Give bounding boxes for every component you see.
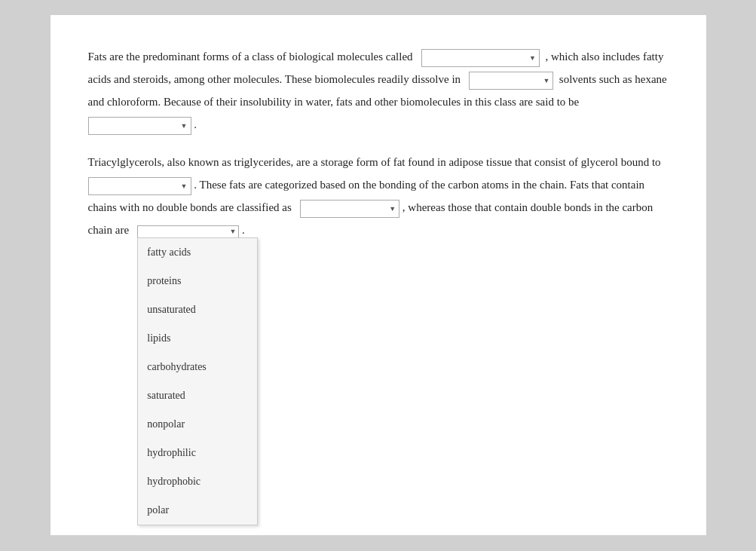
p2-period: . xyxy=(242,224,245,236)
select-saturated-wrapper[interactable]: saturated unsaturated nonpolar polar xyxy=(300,200,399,218)
select-hydrophobic[interactable]: hydrophobic hydrophilic nonpolar polar xyxy=(89,118,191,134)
select-nonpolar-wrapper[interactable]: nonpolar polar hydrophilic hydrophobic xyxy=(469,72,553,90)
dropdown-item-fatty-acids[interactable]: fatty acids xyxy=(138,238,257,267)
page-container: Fats are the predominant forms of a clas… xyxy=(51,15,706,535)
dropdown-menu: fatty acids proteins unsaturated lipids … xyxy=(137,237,258,525)
dropdown-item-hydrophilic[interactable]: hydrophilic xyxy=(138,439,257,467)
dropdown-item-polar[interactable]: polar xyxy=(138,496,257,525)
dropdown-item-unsaturated[interactable]: unsaturated xyxy=(138,295,257,324)
dropdown-item-saturated[interactable]: saturated xyxy=(138,381,257,410)
paragraph-2: Triacylglycerols, also known as triglyce… xyxy=(88,151,669,243)
select-saturated[interactable]: saturated unsaturated nonpolar polar xyxy=(301,201,399,217)
select-lipids-wrapper[interactable]: lipids fatty acids proteins carbohydrate… xyxy=(421,49,540,67)
select-fatty-acids[interactable]: fatty acids proteins lipids carbohydrate… xyxy=(89,178,191,194)
dropdown-item-proteins[interactable]: proteins xyxy=(138,267,257,295)
dropdown-item-nonpolar[interactable]: nonpolar xyxy=(138,410,257,439)
paragraph-1: Fats are the predominant forms of a clas… xyxy=(88,45,669,136)
dropdown-open-container[interactable]: fatty acids proteins unsaturated lipids … xyxy=(137,219,239,243)
select-fatty-acids-wrapper[interactable]: fatty acids proteins lipids carbohydrate… xyxy=(88,177,191,195)
select-hydrophobic-wrapper[interactable]: hydrophobic hydrophilic nonpolar polar xyxy=(88,117,191,135)
dropdown-item-carbohydrates[interactable]: carbohydrates xyxy=(138,353,257,381)
select-lipids[interactable]: lipids fatty acids proteins carbohydrate… xyxy=(422,50,539,66)
dropdown-item-hydrophobic[interactable]: hydrophobic xyxy=(138,467,257,496)
p1-period: . xyxy=(194,118,197,130)
dropdown-item-lipids[interactable]: lipids xyxy=(138,324,257,353)
p2-text-before-s4: Triacylglycerols, also known as triglyce… xyxy=(88,156,661,168)
p1-text-before-s1: Fats are the predominant forms of a clas… xyxy=(88,51,413,63)
select-nonpolar[interactable]: nonpolar polar hydrophilic hydrophobic xyxy=(470,72,552,89)
